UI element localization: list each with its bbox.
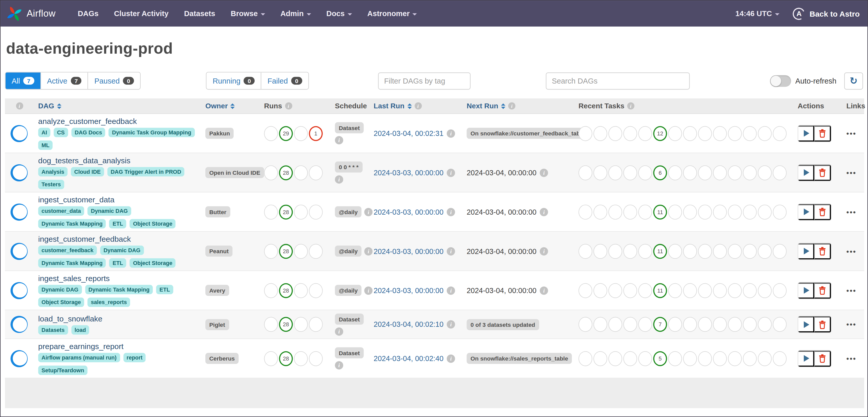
state-circle[interactable] <box>728 244 742 258</box>
schedule-chip[interactable]: @daily <box>335 246 362 256</box>
schedule-chip[interactable]: Dataset <box>335 313 364 324</box>
state-circle[interactable] <box>668 165 682 180</box>
delete-dag-button[interactable] <box>814 282 831 299</box>
state-circle[interactable] <box>728 204 742 219</box>
tag-chip-dynamic-dag[interactable]: Dynamic DAG <box>88 206 131 216</box>
nav-item-cluster-activity[interactable]: Cluster Activity <box>106 1 176 27</box>
schedule-chip[interactable]: Dataset <box>335 122 364 133</box>
tag-chip-cs[interactable]: CS <box>54 128 68 137</box>
state-circle[interactable] <box>579 165 592 180</box>
dag-name-link[interactable]: ingest_customer_data <box>38 195 114 204</box>
success-count-circle[interactable]: 29 <box>279 126 293 141</box>
state-circle[interactable] <box>609 317 622 332</box>
last-run-link[interactable]: 2024-03-04, 00:02:10 <box>374 320 443 328</box>
links-menu-button[interactable]: ••• <box>846 208 857 216</box>
state-circle[interactable] <box>309 165 323 180</box>
state-circle[interactable] <box>609 126 622 141</box>
state-circle[interactable] <box>668 244 682 258</box>
state-circle[interactable] <box>264 126 278 141</box>
state-circle[interactable] <box>579 204 592 219</box>
dag-pause-toggle[interactable] <box>10 282 28 299</box>
state-circle[interactable] <box>743 165 757 180</box>
state-circle[interactable] <box>698 165 712 180</box>
trigger-dag-button[interactable] <box>798 165 814 181</box>
tag-chip-etl[interactable]: ETL <box>109 258 126 268</box>
success-count-circle[interactable]: 6 <box>653 165 667 180</box>
state-circle[interactable] <box>638 165 652 180</box>
state-circle[interactable] <box>713 317 727 332</box>
state-circle[interactable] <box>683 204 697 219</box>
nav-item-datasets[interactable]: Datasets <box>176 1 223 27</box>
state-circle[interactable] <box>728 317 742 332</box>
tab-running[interactable]: Running0 <box>207 73 261 89</box>
success-count-circle[interactable]: 7 <box>653 317 667 332</box>
dag-pause-toggle[interactable] <box>10 350 28 367</box>
tag-chip-dynamic-dag[interactable]: Dynamic DAG <box>38 285 82 294</box>
owner-chip[interactable]: Avery <box>205 285 229 296</box>
success-count-circle[interactable]: 28 <box>279 204 293 219</box>
state-circle[interactable] <box>264 283 278 298</box>
state-circle[interactable] <box>294 126 308 141</box>
state-circle[interactable] <box>294 204 308 219</box>
state-circle[interactable] <box>638 244 652 258</box>
delete-dag-button[interactable] <box>814 350 831 367</box>
state-circle[interactable] <box>593 317 607 332</box>
next-run-chip[interactable]: 0 of 3 datasets updated <box>467 319 539 330</box>
success-count-circle[interactable]: 28 <box>279 165 293 180</box>
state-circle[interactable] <box>758 317 772 332</box>
dag-name-link[interactable]: load_to_snowflake <box>38 314 102 323</box>
state-circle[interactable] <box>683 244 697 258</box>
nav-item-browse[interactable]: Browse <box>223 1 273 27</box>
info-icon[interactable]: i <box>447 286 455 294</box>
auto-refresh-toggle[interactable] <box>770 75 791 86</box>
state-circle[interactable] <box>623 204 637 219</box>
sort-icon[interactable] <box>57 103 61 109</box>
state-circle[interactable] <box>713 283 727 298</box>
info-icon[interactable]: i <box>447 320 455 328</box>
tag-chip-dynamic-task-group-mapping[interactable]: Dynamic Task Group Mapping <box>109 128 195 137</box>
delete-dag-button[interactable] <box>814 243 831 259</box>
state-circle[interactable] <box>683 165 697 180</box>
trigger-dag-button[interactable] <box>798 316 814 333</box>
state-circle[interactable] <box>773 351 787 366</box>
links-menu-button[interactable]: ••• <box>846 354 857 362</box>
dag-name-link[interactable]: ingest_customer_feedback <box>38 235 131 244</box>
tag-chip-sales-reports[interactable]: sales_reports <box>88 298 130 307</box>
last-run-link[interactable]: 2024-03-04, 00:02:31 <box>374 129 443 137</box>
timezone-selector[interactable]: 14:46 UTC <box>735 9 779 18</box>
success-count-circle[interactable]: 11 <box>653 244 667 258</box>
info-icon[interactable]: i <box>540 208 548 216</box>
state-circle[interactable] <box>264 317 278 332</box>
state-circle[interactable] <box>773 165 787 180</box>
trigger-dag-button[interactable] <box>798 204 814 220</box>
state-circle[interactable] <box>638 351 652 366</box>
info-icon[interactable]: i <box>540 286 548 294</box>
state-circle[interactable] <box>698 283 712 298</box>
success-count-circle[interactable]: 28 <box>279 244 293 258</box>
success-count-circle[interactable]: 11 <box>653 204 667 219</box>
state-circle[interactable] <box>294 165 308 180</box>
tag-chip-airflow-params-manual-run[interactable]: Airflow params (manual run) <box>38 353 120 362</box>
state-circle[interactable] <box>668 283 682 298</box>
state-circle[interactable] <box>264 351 278 366</box>
schedule-chip[interactable]: @daily <box>335 285 362 296</box>
state-circle[interactable] <box>593 204 607 219</box>
success-count-circle[interactable]: 11 <box>653 283 667 298</box>
info-icon[interactable]: i <box>335 136 343 144</box>
state-circle[interactable] <box>713 126 727 141</box>
tab-paused[interactable]: Paused0 <box>88 73 140 89</box>
state-circle[interactable] <box>609 244 622 258</box>
back-to-astro-button[interactable]: A Back to Astro <box>793 7 860 20</box>
state-circle[interactable] <box>609 283 622 298</box>
trigger-dag-button[interactable] <box>798 125 814 141</box>
delete-dag-button[interactable] <box>814 165 831 181</box>
state-circle[interactable] <box>579 126 592 141</box>
dag-pause-toggle[interactable] <box>10 242 28 259</box>
info-icon[interactable]: i <box>335 327 343 335</box>
state-circle[interactable] <box>294 244 308 258</box>
info-icon[interactable]: i <box>508 102 515 109</box>
owner-chip[interactable]: Open in Cloud IDE <box>205 167 264 178</box>
nav-item-astronomer[interactable]: Astronomer <box>360 1 425 27</box>
info-icon[interactable]: i <box>540 168 548 177</box>
state-circle[interactable] <box>609 204 622 219</box>
